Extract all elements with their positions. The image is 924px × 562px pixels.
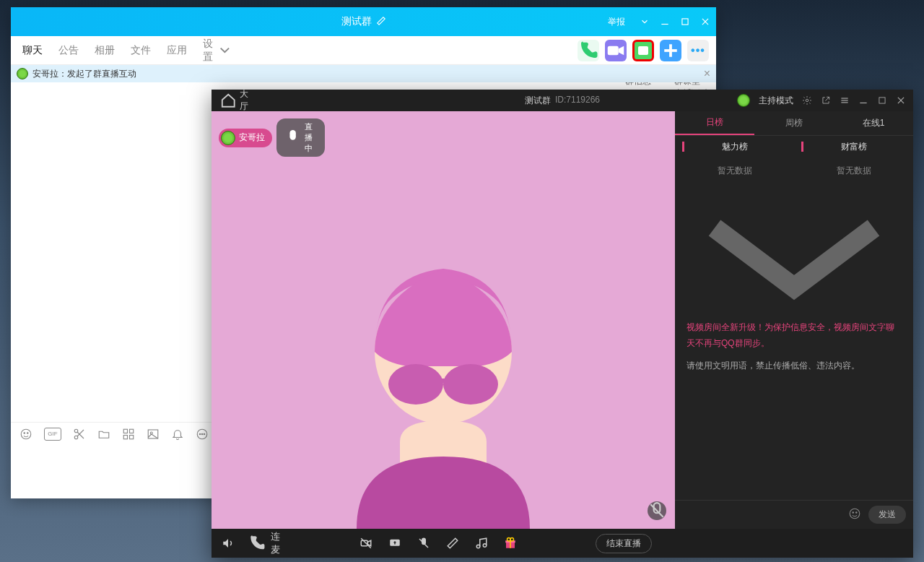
msg-notice: 请使用文明用语，禁止传播低俗、违法内容。 [687,358,902,374]
svg-point-52 [510,538,514,542]
end-live-button[interactable]: 结束直播 [596,534,652,553]
popout-icon[interactable] [821,95,831,105]
live-body: 安哥拉 直播中 日榜 [212,111,913,529]
video-call-button[interactable] [605,40,627,61]
streamer-tag: 安哥拉 直播中 [219,118,325,157]
gif-icon[interactable]: GIF [44,428,61,441]
svg-point-9 [21,429,31,439]
close-icon[interactable] [700,17,710,27]
live-window: 大厅 测试群 ID:7119266 主持模式 安哥拉 [212,90,913,558]
edit-icon[interactable] [376,16,386,28]
tab-files[interactable]: 文件 [131,44,151,57]
chevron-down-icon[interactable] [640,17,650,27]
connect-mic-button[interactable]: 连麦 [248,530,281,556]
emoji-icon[interactable] [19,428,32,441]
svg-line-38 [650,504,663,516]
mic-off-icon[interactable] [648,501,666,520]
edit-icon[interactable] [446,537,459,550]
tab-announce[interactable]: 公告 [58,44,79,57]
minimize-icon[interactable] [660,17,670,27]
tab-settings[interactable]: 设置 [203,38,233,64]
screen-share-icon[interactable] [388,537,401,550]
live-header: 大厅 测试群 ID:7119266 主持模式 [212,90,913,111]
minimize-icon[interactable] [858,95,868,105]
settings-icon[interactable] [802,95,812,105]
rank-tab-daily[interactable]: 日榜 [675,111,754,135]
svg-rect-1 [682,19,688,25]
rank-tab-online[interactable]: 在线1 [834,111,913,135]
side-panel: 日榜 周榜 在线1 魅力榜 财富榜 暂无数据 暂无数据 视频房间全新升级！为保护… [675,111,913,529]
frog-avatar-icon [17,68,28,79]
nodata-charm: 暂无数据 [675,157,794,184]
report-link[interactable]: 举报 [608,16,625,28]
scissors-icon[interactable] [73,428,86,441]
maximize-icon[interactable] [877,95,887,105]
image-icon[interactable] [147,428,160,441]
tab-settings-label: 设置 [203,38,214,64]
more-button[interactable]: ••• [687,40,709,61]
svg-point-41 [856,512,858,514]
rank-tab-weekly[interactable]: 周榜 [754,111,834,135]
svg-point-35 [388,364,443,405]
menu-icon[interactable] [840,95,850,105]
rank-tabs: 日榜 周榜 在线1 [675,111,913,136]
msg-warning: 视频房间全新升级！为保护信息安全，视频房间文字聊天不再与QQ群同步。 [687,320,902,351]
svg-point-23 [199,433,201,435]
svg-point-46 [476,545,480,548]
svg-rect-17 [130,429,134,433]
close-icon[interactable] [896,95,906,105]
lb-center [294,537,583,550]
chat-input[interactable] [682,509,841,520]
svg-point-47 [483,544,487,548]
chat-titlebar-controls: 举报 [608,16,710,28]
live-button[interactable] [632,40,654,61]
gift-icon[interactable] [504,537,517,550]
live-status-text: 直播中 [305,121,318,154]
notif-text: 发起了群直播互动 [67,68,136,80]
chat-titlebar: 测试群 举报 [11,7,716,36]
streamer-chip[interactable]: 安哥拉 [219,129,272,147]
svg-point-11 [27,432,29,433]
speaker-icon[interactable] [222,537,235,550]
call-button[interactable] [578,40,599,61]
svg-point-39 [850,509,860,519]
camera-off-icon[interactable] [359,537,372,550]
chat-tabs: 聊天 公告 相册 文件 应用 设置 ••• [11,36,716,65]
live-header-right: 主持模式 [737,94,906,107]
svg-rect-19 [130,435,134,438]
hall-button[interactable]: 大厅 [220,88,249,113]
video-area: 安哥拉 直播中 [212,111,675,529]
svg-rect-50 [510,540,511,548]
collapse-icon[interactable] [675,184,913,311]
folder-icon[interactable] [97,428,110,441]
live-status-chip: 直播中 [276,118,325,157]
lb-left: 连麦 [222,530,281,556]
svg-rect-4 [608,46,619,55]
sub-rank-charm[interactable]: 魅力榜 [675,136,794,157]
chat-title: 测试群 [341,15,386,28]
tab-apps[interactable]: 应用 [167,44,187,57]
svg-point-26 [806,99,808,102]
send-button[interactable]: 发送 [868,506,906,524]
svg-point-25 [204,433,205,435]
mic-toggle-icon[interactable] [417,537,430,550]
notif-sep: ： [58,68,67,80]
app-icon[interactable] [122,428,135,441]
live-title: 测试群 ID:7119266 [525,95,600,107]
more-icon[interactable] [196,428,209,441]
live-id: ID:7119266 [555,95,600,107]
emoji-icon[interactable] [848,507,861,522]
bell-icon[interactable] [171,428,184,441]
music-icon[interactable] [475,537,488,550]
svg-point-40 [853,512,854,514]
hall-label: 大厅 [240,88,250,113]
notif-close-icon[interactable]: × [704,67,710,80]
svg-rect-16 [123,429,127,433]
live-title-text: 测试群 [525,95,551,107]
maximize-icon[interactable] [680,17,690,27]
add-button[interactable] [660,40,681,61]
live-bottom-bar: 连麦 结束直播 [212,529,913,558]
sub-rank-wealth[interactable]: 财富榜 [794,136,913,157]
tab-chat[interactable]: 聊天 [22,44,43,57]
tab-album[interactable]: 相册 [95,44,115,57]
